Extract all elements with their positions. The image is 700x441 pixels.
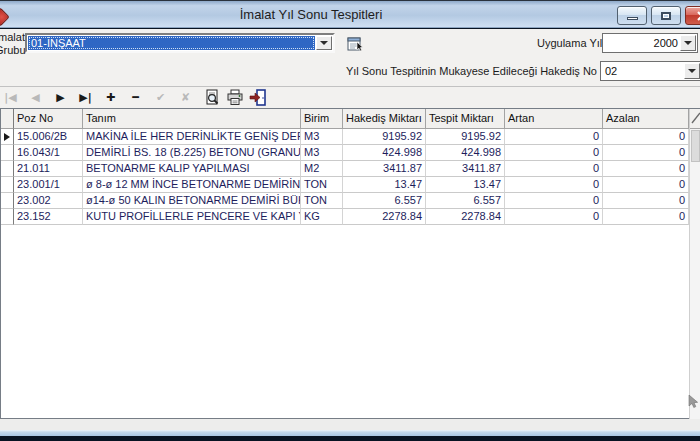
current-record-icon	[4, 133, 10, 141]
cell-tanim: ø 8-ø 12 MM İNCE BETONARME DEMİRİN BÜKÜL…	[83, 177, 301, 193]
cell-pozno: 23.152	[14, 209, 83, 225]
cell-azalan: 0	[603, 129, 689, 145]
cell-azalan: 0	[603, 209, 689, 225]
maximize-button[interactable]	[651, 6, 681, 25]
vertical-scrollbar[interactable]	[689, 109, 700, 419]
cell-birim: M2	[301, 161, 343, 177]
cell-hakedis: 13.47	[343, 177, 426, 193]
uygulama-yili-value: 2000	[654, 37, 678, 49]
cell-tanim: MAKİNA İLE HER DERİNLİKTE GENİŞ DERİN YU…	[83, 129, 301, 145]
prior-record-button[interactable]: ◀	[27, 88, 44, 106]
cell-hakedis: 9195.92	[343, 129, 426, 145]
record-indicator	[1, 161, 14, 177]
cell-tespit: 6.557	[426, 193, 505, 209]
window-title: İmalat Yıl Sonu Tespitleri	[0, 7, 622, 22]
tespit-grid: Poz No Tanım Birim Hakediş Miktarı Tespi…	[0, 108, 700, 419]
application-window: İmalat Yıl Sonu Tespitleri İmalat Grubu …	[0, 0, 700, 441]
cell-tespit: 9195.92	[426, 129, 505, 145]
cell-birim: M3	[301, 129, 343, 145]
edit-group-button[interactable]	[345, 35, 365, 53]
cell-hakedis: 424.998	[343, 145, 426, 161]
imalat-group-selected-value: 01-İNŞAAT	[28, 36, 315, 50]
first-record-button[interactable]: |◀	[2, 88, 19, 106]
cell-tespit: 424.998	[426, 145, 505, 161]
cell-azalan: 0	[603, 161, 689, 177]
uygulama-yili-combobox[interactable]: 2000	[602, 33, 698, 53]
exit-door-icon	[249, 89, 267, 106]
uygulama-yili-label: Uygulama Yılı	[537, 37, 605, 49]
cell-tespit: 2278.84	[426, 209, 505, 225]
cell-birim: M3	[301, 145, 343, 161]
cell-hakedis: 3411.87	[343, 161, 426, 177]
header-corner-icon	[690, 109, 700, 129]
insert-record-button[interactable]: ✚	[102, 88, 119, 106]
cell-tanim: DEMİRLİ BS. 18 (B.225) BETONU (GRANULOME…	[83, 145, 301, 161]
table-row[interactable]: 23.152 KUTU PROFİLLERLE PENCERE VE KAPI …	[1, 209, 700, 225]
cell-pozno: 23.001/1	[14, 177, 83, 193]
imalat-group-dropdown-button[interactable]	[316, 36, 332, 50]
cell-tanim: BETONARME KALIP YAPILMASI	[83, 161, 301, 177]
delete-record-button[interactable]: ━	[127, 88, 144, 106]
column-header-hakedis-miktari[interactable]: Hakediş Miktarı	[343, 109, 426, 129]
preview-button[interactable]	[202, 88, 222, 106]
table-row[interactable]: 21.011 BETONARME KALIP YAPILMASI M2 3411…	[1, 161, 700, 177]
minimize-icon	[627, 17, 638, 20]
scrollbar-thumb[interactable]	[691, 130, 700, 162]
print-button[interactable]	[225, 88, 245, 106]
uygulama-yili-dropdown-button[interactable]	[680, 35, 696, 51]
cell-pozno: 15.006/2B	[14, 129, 83, 145]
cell-hakedis: 2278.84	[343, 209, 426, 225]
cell-artan: 0	[505, 145, 603, 161]
cell-artan: 0	[505, 193, 603, 209]
cell-artan: 0	[505, 177, 603, 193]
form-footer-strip	[0, 419, 700, 430]
chevron-down-icon	[320, 41, 328, 45]
column-header-birim[interactable]: Birim	[301, 109, 343, 129]
record-indicator	[1, 177, 14, 193]
next-record-button[interactable]: ▶	[52, 88, 69, 106]
form-properties-icon	[347, 36, 364, 53]
hakedis-no-combobox[interactable]: 02	[600, 61, 700, 81]
column-header-artan[interactable]: Artan	[505, 109, 603, 129]
titlebar[interactable]: İmalat Yıl Sonu Tespitleri	[0, 0, 700, 28]
post-edit-button[interactable]: ✔	[152, 88, 169, 106]
table-row[interactable]: 15.006/2B MAKİNA İLE HER DERİNLİKTE GENİ…	[1, 129, 700, 145]
hakedis-no-label: Yıl Sonu Tespitinin Mukayese Edileceği H…	[300, 65, 597, 77]
close-button[interactable]	[685, 6, 700, 25]
column-header-tespit-miktari[interactable]: Tespit Miktarı	[426, 109, 505, 129]
cell-birim: KG	[301, 209, 343, 225]
column-header-pozno[interactable]: Poz No	[14, 109, 83, 129]
table-row[interactable]: 23.002 ø14-ø 50 KALIN BETONARME DEMİRİ B…	[1, 193, 700, 209]
table-row[interactable]: 16.043/1 DEMİRLİ BS. 18 (B.225) BETONU (…	[1, 145, 700, 161]
preview-icon	[204, 89, 221, 106]
hakedis-no-value: 02	[605, 65, 617, 77]
column-header-tanim[interactable]: Tanım	[83, 109, 301, 129]
last-record-button[interactable]: ▶|	[77, 88, 94, 106]
cell-artan: 0	[505, 209, 603, 225]
cell-birim: TON	[301, 193, 343, 209]
cell-pozno: 16.043/1	[14, 145, 83, 161]
minimize-button[interactable]	[617, 6, 647, 25]
grid-header-row: Poz No Tanım Birim Hakediş Miktarı Tespi…	[1, 109, 700, 129]
hakedis-no-dropdown-button[interactable]	[684, 63, 700, 79]
cell-tespit: 13.47	[426, 177, 505, 193]
window-bottom-border	[0, 430, 700, 436]
printer-icon	[226, 89, 244, 106]
cell-azalan: 0	[603, 177, 689, 193]
table-row[interactable]: 23.001/1 ø 8-ø 12 MM İNCE BETONARME DEMİ…	[1, 177, 700, 193]
cell-pozno: 21.011	[14, 161, 83, 177]
cell-tanim: KUTU PROFİLLERLE PENCERE VE KAPI YAPILMA…	[83, 209, 301, 225]
cancel-edit-button[interactable]: ✘	[177, 88, 194, 106]
cell-azalan: 0	[603, 145, 689, 161]
record-indicator	[1, 145, 14, 161]
exit-button[interactable]	[248, 88, 268, 106]
maximize-icon	[661, 12, 671, 20]
column-header-azalan[interactable]: Azalan	[603, 109, 689, 129]
cell-pozno: 23.002	[14, 193, 83, 209]
chevron-down-icon	[684, 41, 692, 45]
imalat-group-combobox[interactable]: 01-İNŞAAT	[25, 33, 335, 53]
cell-birim: TON	[301, 177, 343, 193]
cell-hakedis: 6.557	[343, 193, 426, 209]
cell-azalan: 0	[603, 193, 689, 209]
cell-tespit: 3411.87	[426, 161, 505, 177]
